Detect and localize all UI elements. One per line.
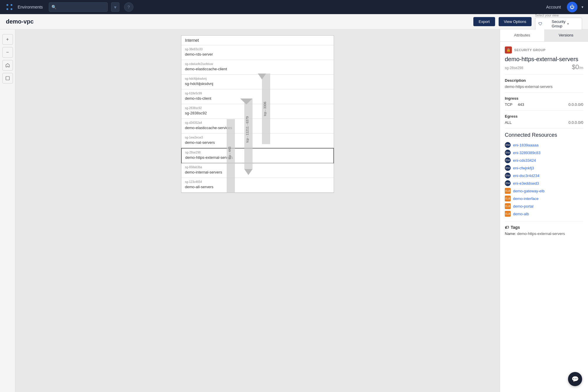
eni-icon: ENI [505, 173, 511, 179]
help-button[interactable]: ? [124, 2, 133, 12]
select-view-container: Select your view 🛡 Security Group ▾ [535, 14, 582, 30]
sg-row[interactable]: sg-28se298demo-https-external-servers [181, 148, 334, 164]
sg-type-icon: 🔒 [505, 46, 512, 54]
main-layout: + − [0, 29, 588, 392]
account-link[interactable]: Account [546, 5, 561, 9]
select-view-chevron: ▾ [567, 22, 579, 26]
tag-icon: 🏷 [505, 225, 509, 230]
description-label: Description [505, 78, 583, 83]
sg-sub-id: sg-28se298 [505, 66, 523, 70]
svg-point-2 [6, 8, 8, 10]
sg-price: $0/m [572, 63, 583, 71]
egress-label: Egress [505, 114, 583, 119]
eni-icon: ENI [505, 165, 511, 171]
connected-item[interactable]: ENIeni-cds33424 [505, 156, 583, 164]
sg-row[interactable]: sg-cdwiuofe2iuofeiuwdemo-elasticcache-cl… [181, 60, 334, 75]
select-view-value: Security Group [552, 19, 566, 28]
ingress-rule: TCP4430.0.0.0/0 [505, 102, 583, 107]
sg-rows-container: sg-38e83ci33demo-rds-serversg-cdwiuofe2i… [181, 45, 334, 193]
zoom-in-button[interactable]: + [2, 34, 13, 45]
elb-icon: ELB [505, 196, 511, 201]
eni-icon: ENI [505, 150, 511, 156]
search-input[interactable] [58, 5, 105, 9]
svg-point-0 [6, 4, 8, 6]
connected-item[interactable]: ENIeni-1839aaaaa [505, 141, 583, 149]
connected-resources-header: Connected Resources [505, 132, 583, 138]
zoom-out-button[interactable]: − [2, 47, 13, 58]
environments-link[interactable]: Environments [18, 5, 43, 9]
eni-icon: ENI [505, 180, 511, 186]
home-view-button[interactable] [2, 60, 13, 71]
connected-item[interactable]: ENIeni-dsc3r4d234 [505, 172, 583, 179]
sg-row[interactable]: sg-1ew2ecw3demo-nat-servers [181, 134, 334, 148]
shield-icon: 🛡 [538, 21, 550, 26]
diagram-box: Internet sg-38e83ci33demo-rds-serversg-c… [181, 35, 334, 193]
sg-header: 🔒 SECURITY GROUP [505, 46, 583, 54]
rpanel-body: 🔒 SECURITY GROUP demo-https-external-ser… [500, 42, 588, 392]
sg-type-label: SECURITY GROUP [514, 48, 546, 52]
search-dropdown-button[interactable]: ▾ [111, 2, 119, 12]
left-sidebar: + − [0, 29, 15, 392]
sg-row[interactable]: sg-618e5c99demo-rds-client [181, 89, 334, 104]
fit-view-button[interactable] [2, 73, 13, 84]
tab-versions[interactable]: Versions [544, 29, 588, 41]
sg-row[interactable]: sg-123c4654demo-all-servers [181, 178, 334, 193]
svg-point-3 [11, 8, 12, 10]
select-view-dropdown[interactable]: 🛡 Security Group ▾ [535, 18, 582, 30]
svg-rect-4 [6, 76, 9, 80]
search-box[interactable]: 🔍 [49, 2, 108, 12]
page-title: demo-vpc [6, 18, 470, 25]
view-options-button[interactable]: View Options [499, 17, 532, 26]
export-button[interactable]: Export [473, 17, 495, 26]
tag-name-row: Name: demo-https-external-servers [505, 231, 583, 236]
elb-icon: ELB [505, 211, 511, 217]
search-icon: 🔍 [51, 5, 56, 9]
user-menu-chevron[interactable]: ▾ [582, 5, 583, 9]
elb-icon: ELB [505, 188, 511, 194]
connected-item[interactable]: ELBdemo-alb [505, 210, 583, 218]
logo [5, 2, 14, 12]
canvas-area[interactable]: tcp - 443 tcp - 11211 - 6379 tcp - 3306 … [15, 29, 500, 392]
connected-item[interactable]: ELBdemo-portal [505, 202, 583, 210]
user-avatar[interactable]: ⏻ [567, 2, 577, 12]
ingress-rules: TCP4430.0.0.0/0 [505, 102, 583, 107]
sg-row[interactable]: sg-hdcfdjsksdvnjsg-hdcfdjsksdvnj [181, 75, 334, 89]
sg-row[interactable]: sg-d34352a4demo-elasticcache-services [181, 119, 334, 134]
tab-attributes[interactable]: Attributes [500, 29, 544, 41]
connected-item[interactable]: ENIeni-cfwjnkfj3 [505, 164, 583, 172]
egress-rule: ALL0.0.0.0/0 [505, 120, 583, 125]
connected-items: ENIeni-1839aaaaaENIeni-3289389c83ENIeni-… [505, 141, 583, 218]
chat-button[interactable]: 💬 [568, 372, 582, 386]
diagram-container: tcp - 443 tcp - 11211 - 6379 tcp - 3306 … [181, 35, 334, 193]
connected-item[interactable]: ENIeni-3289389c83 [505, 149, 583, 156]
internet-row: Internet [181, 36, 334, 45]
eni-icon: ENI [505, 142, 511, 148]
right-panel-tabs: Attributes Versions [500, 29, 588, 42]
right-panel: Attributes Versions 🔒 SECURITY GROUP dem… [500, 29, 588, 392]
sg-main-name: demo-https-external-servers [505, 56, 583, 63]
topnav: Environments 🔍 ▾ ? Account ⏻ ▾ [0, 0, 588, 14]
ingress-label: Ingress [505, 96, 583, 101]
egress-rules: ALL0.0.0.0/0 [505, 120, 583, 125]
elb-icon: ELB [505, 203, 511, 209]
sg-row[interactable]: sg-2838sc92sg-2838sc92 [181, 104, 334, 119]
sg-row[interactable]: sg-38e83ci33demo-rds-server [181, 45, 334, 60]
connected-item[interactable]: ENIeni-e3eddswd3 [505, 179, 583, 187]
tags-header: 🏷 Tags [505, 225, 583, 230]
eni-icon: ENI [505, 157, 511, 163]
description-value: demo-https-external-servers [505, 84, 583, 89]
connected-item[interactable]: ELBdemo-interface [505, 195, 583, 202]
subheader: demo-vpc Export View Options Select your… [0, 14, 588, 29]
svg-point-1 [11, 4, 12, 6]
sg-row[interactable]: sg-658ab3bademo-internal-servers [181, 163, 334, 178]
connected-item[interactable]: ELBdemo-gateway-elb [505, 187, 583, 195]
